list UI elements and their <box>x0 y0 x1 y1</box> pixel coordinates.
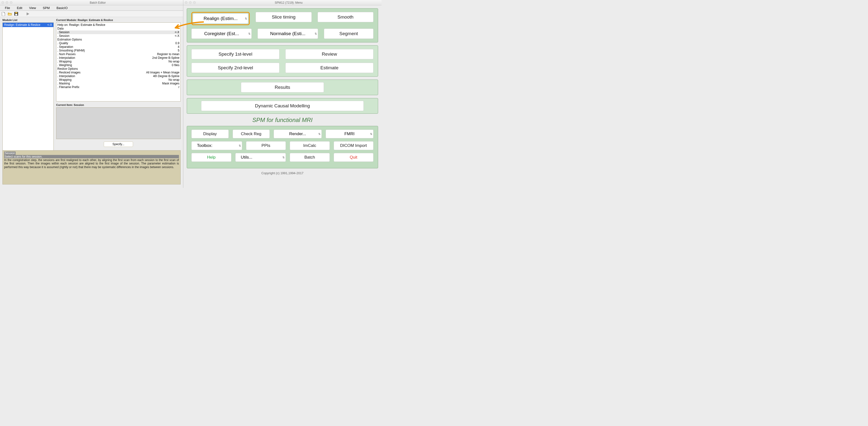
menu-basicio[interactable]: BasicIO <box>53 6 71 10</box>
close-window-icon[interactable] <box>1 1 4 4</box>
help-label: Help <box>207 155 216 160</box>
estimate-button[interactable]: Estimate <box>285 63 373 73</box>
specify-button[interactable]: Specify... <box>104 141 133 147</box>
specify-2nd-level-label: Specify 2nd-level <box>218 65 253 70</box>
zoom-window-icon[interactable] <box>10 1 12 4</box>
module-name: Realign: Estimate & Reslice <box>4 23 40 27</box>
new-file-icon[interactable] <box>1 12 5 16</box>
module-detail-row[interactable]: . Interpolation2nd Degree B-Spline <box>57 56 179 60</box>
zoom-window-icon[interactable] <box>193 1 196 4</box>
batch-label: Batch <box>304 155 315 160</box>
batch-button[interactable]: Batch <box>290 153 330 162</box>
checkreg-label: Check Reg <box>241 132 261 136</box>
menu-edit[interactable]: Edit <box>13 6 26 10</box>
quit-button[interactable]: Quit <box>334 153 374 162</box>
row-value: 2nd Degree B-Spline <box>152 56 179 60</box>
module-detail-row[interactable]: . Session<-X <box>57 34 179 38</box>
row-value: Register to mean <box>157 53 179 56</box>
module-list-item-selected[interactable]: Realign: Estimate & Reslice <-X <box>3 23 54 27</box>
coregister-dropdown[interactable]: Coregister (Est... <box>191 29 252 39</box>
module-detail-row[interactable]: Data <box>57 27 179 31</box>
slice-timing-label: Slice timing <box>272 14 296 20</box>
save-icon[interactable] <box>14 12 18 16</box>
spm-caption: SPM for functional MRI <box>187 117 378 124</box>
menu-spm[interactable]: SPM <box>39 6 53 10</box>
module-detail-list[interactable]: Help on: Realign: Estimate & ResliceData… <box>56 23 181 101</box>
close-window-icon[interactable] <box>185 1 187 4</box>
menu-view[interactable]: View <box>26 6 39 10</box>
module-list-label: Module List <box>2 19 54 22</box>
module-detail-row[interactable]: . Quality0.9 <box>57 41 179 45</box>
smooth-button[interactable]: Smooth <box>317 12 373 22</box>
smooth-label: Smooth <box>338 14 353 20</box>
row-value: Mask images <box>162 82 179 86</box>
run-icon[interactable] <box>26 12 30 16</box>
module-detail-row[interactable]: . Filename Prefixr <box>57 86 179 89</box>
coregister-label: Coregister (Est... <box>197 31 246 36</box>
quit-label: Quit <box>350 155 358 160</box>
module-detail-row[interactable]: Estimation Options <box>57 38 179 41</box>
row-value: No wrap <box>168 60 179 63</box>
batch-titlebar: Batch Editor <box>0 0 183 5</box>
segment-button[interactable]: Segment <box>324 29 373 39</box>
module-detail-row[interactable]: . MaskingMask images <box>57 82 179 86</box>
review-label: Review <box>322 52 337 57</box>
module-detail-row[interactable]: . Smoothing (FWHM)5 <box>57 49 179 53</box>
module-detail-row[interactable]: . Num PassesRegister to mean <box>57 53 179 56</box>
dcm-button[interactable]: Dynamic Causal Modelling <box>201 101 364 111</box>
results-button[interactable]: Results <box>241 82 324 93</box>
module-detail-row[interactable]: . WrappingNo wrap <box>57 60 179 63</box>
current-module-column: Current Module: Realign: Estimate & Resl… <box>56 19 181 152</box>
row-label: . Masking <box>57 82 70 86</box>
module-detail-row[interactable]: . Separation4 <box>57 45 179 49</box>
fmri-dropdown[interactable]: FMRI <box>326 130 374 138</box>
svg-rect-2 <box>15 14 17 15</box>
help-button[interactable]: Help <box>191 153 231 162</box>
results-panel: Results <box>187 79 378 95</box>
toolbox-label: Toolbox: <box>197 143 237 148</box>
specify-1st-level-button[interactable]: Specify 1st-level <box>191 49 279 59</box>
open-folder-icon[interactable] <box>8 12 12 16</box>
module-detail-row[interactable]: Help on: Realign: Estimate & Reslice <box>57 23 179 27</box>
batch-editor-window: Batch Editor File Edit View SPM BasicIO … <box>0 0 183 188</box>
module-list[interactable]: Realign: Estimate & Reslice <-X <box>2 23 54 152</box>
row-value: 5 <box>178 49 179 53</box>
module-detail-row[interactable]: . Session<-X <box>57 31 179 34</box>
display-button[interactable]: Display <box>191 130 229 138</box>
dicom-import-button[interactable]: DICOM Import <box>334 141 374 150</box>
toolbox-dropdown[interactable]: Toolbox: <box>191 141 242 150</box>
minimize-window-icon[interactable] <box>189 1 192 4</box>
current-item-area[interactable] <box>56 107 181 139</box>
row-value: No wrap <box>168 78 179 82</box>
slice-timing-button[interactable]: Slice timing <box>255 12 311 22</box>
current-module-label: Current Module: Realign: Estimate & Resl… <box>56 19 181 22</box>
menu-file[interactable]: File <box>1 6 13 10</box>
render-dropdown[interactable]: Render... <box>274 130 322 138</box>
module-detail-row[interactable]: . Weighting0 files <box>57 63 179 67</box>
imcalc-button[interactable]: ImCalc <box>290 141 330 150</box>
spm-menu-window: SPM12 (7219): Menu Realign (Estim... Sli… <box>183 0 381 188</box>
row-value: r <box>179 86 179 89</box>
review-button[interactable]: Review <box>285 49 373 59</box>
row-label: . Filename Prefix <box>57 86 79 89</box>
module-detail-row[interactable]: . WrappingNo wrap <box>57 78 179 82</box>
normalise-dropdown[interactable]: Normalise (Esti... <box>257 29 318 39</box>
utils-dropdown[interactable]: Utils... <box>235 153 286 162</box>
utils-label: Utils... <box>241 155 280 160</box>
dcm-panel: Dynamic Causal Modelling <box>187 98 378 114</box>
row-label: . Session <box>57 31 69 34</box>
checkreg-button[interactable]: Check Reg <box>232 130 270 138</box>
row-label: . Separation <box>57 45 73 49</box>
realign-highlight: Realign (Estim... <box>191 12 250 25</box>
spm-body: Realign (Estim... Slice timing Smooth Co… <box>183 5 381 175</box>
dcm-label: Dynamic Causal Modelling <box>255 103 310 108</box>
ppis-button[interactable]: PPIs <box>246 141 286 150</box>
module-detail-row[interactable]: Reslice Options <box>57 67 179 71</box>
row-value: 4th Degree B-Spline <box>153 74 179 78</box>
specify-2nd-level-button[interactable]: Specify 2nd-level <box>191 63 279 73</box>
realign-dropdown[interactable]: Realign (Estim... <box>193 13 248 24</box>
module-detail-row[interactable]: . Resliced imagesAll Images + Mean Image <box>57 71 179 74</box>
svg-rect-1 <box>15 12 17 13</box>
module-detail-row[interactable]: . Interpolation4th Degree B-Spline <box>57 74 179 78</box>
minimize-window-icon[interactable] <box>6 1 8 4</box>
